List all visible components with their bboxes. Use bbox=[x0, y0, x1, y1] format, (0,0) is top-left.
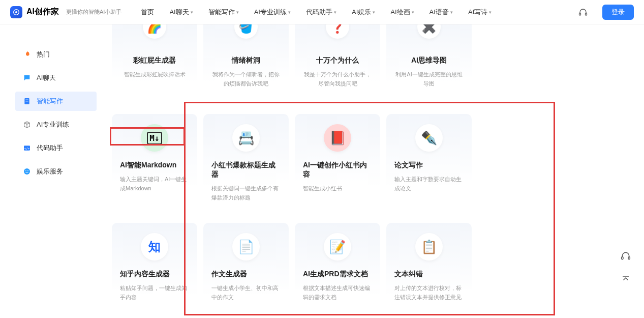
float-support-icon[interactable] bbox=[618, 248, 634, 264]
chat-icon bbox=[22, 73, 32, 82]
card-icon: 📕 bbox=[324, 124, 351, 152]
nav-label: AI语音 bbox=[430, 8, 449, 17]
card-desc: 对上传的文本进行校对，标注错误文本并提供修正意见 bbox=[394, 284, 464, 302]
card-desc: 我将作为一个倾听者，把你的烦恼都告诉我吧 bbox=[211, 70, 281, 88]
top-nav: 首页AI聊天▾智能写作▾AI专业训练▾代码助手▾AI娱乐▾AI绘画▾AI语音▾A… bbox=[141, 8, 574, 17]
card-desc: 粘贴知乎问题，一键生成知乎内容 bbox=[120, 284, 189, 302]
nav-item-8[interactable]: AI写诗▾ bbox=[468, 8, 492, 17]
top-card-3[interactable]: ✖️AI思维导图利用AI一键生成完整的思维导图 bbox=[386, 24, 472, 108]
card-icon: ❓ bbox=[326, 24, 349, 39]
card-title: 作文生成器 bbox=[211, 270, 281, 279]
top-card-1[interactable]: 🪣情绪树洞我将作为一个倾听者，把你的烦恼都告诉我吧 bbox=[203, 24, 289, 108]
card-3[interactable]: ✒️论文写作输入主题和字数要求自动生成论文 bbox=[386, 114, 472, 217]
chevron-down-icon: ▾ bbox=[334, 10, 336, 15]
svg-point-11 bbox=[27, 170, 28, 171]
card-desc: 我是十万个为什么小助手，尽管向我提问吧 bbox=[303, 70, 372, 88]
svg-text:</>: </> bbox=[24, 147, 30, 150]
nav-label: AI专业训练 bbox=[254, 8, 287, 17]
card-desc: 根据关键词一键生成多个有爆款潜力的标题 bbox=[211, 184, 281, 202]
support-icon[interactable] bbox=[578, 7, 588, 17]
svg-rect-3 bbox=[586, 13, 587, 15]
chevron-down-icon: ▾ bbox=[412, 10, 414, 15]
card-icon: 🪣 bbox=[234, 24, 258, 39]
sidebar-item-label: AI专业训练 bbox=[37, 120, 69, 129]
card-4[interactable]: 知知乎内容生成器粘贴知乎问题，一键生成知乎内容 bbox=[112, 223, 197, 318]
card-icon: 🌈 bbox=[143, 24, 166, 39]
card-icon: 📋 bbox=[415, 233, 443, 261]
card-desc: 利用AI一键生成完整的思维导图 bbox=[394, 70, 464, 88]
content-area: 🌈彩虹屁生成器智能生成彩虹屁吹捧话术🪣情绪树洞我将作为一个倾听者，把你的烦恼都告… bbox=[107, 24, 644, 318]
sidebar-item-label: 代码助手 bbox=[37, 143, 63, 153]
card-desc: 一键生成小学生、初中和高中的作文 bbox=[211, 284, 281, 302]
nav-item-5[interactable]: AI娱乐▾ bbox=[352, 8, 375, 17]
nav-item-3[interactable]: AI专业训练▾ bbox=[254, 8, 291, 17]
svg-point-9 bbox=[24, 168, 30, 175]
nav-label: 智能写作 bbox=[208, 8, 235, 17]
card-icon: 知 bbox=[141, 233, 168, 261]
sidebar-item-2[interactable]: 智能写作 bbox=[15, 92, 97, 111]
top-card-0[interactable]: 🌈彩虹屁生成器智能生成彩虹屁吹捧话术 bbox=[112, 24, 197, 108]
svg-point-1 bbox=[15, 11, 17, 13]
nav-item-1[interactable]: AI聊天▾ bbox=[169, 8, 193, 17]
card-2[interactable]: 📕AI一键创作小红书内容智能生成小红书 bbox=[295, 114, 380, 217]
logo-text: AI创作家 bbox=[26, 7, 59, 17]
chevron-down-icon: ▾ bbox=[489, 10, 492, 15]
sidebar-item-label: 智能写作 bbox=[37, 97, 63, 106]
sidebar-item-1[interactable]: AI聊天 bbox=[15, 68, 97, 88]
card-7[interactable]: 📋文本纠错对上传的文本进行校对，标注错误文本并提供修正意见 bbox=[386, 223, 472, 318]
logo-subtitle: 更懂你的智能AI小助手 bbox=[66, 8, 121, 16]
nav-item-4[interactable]: 代码助手▾ bbox=[306, 8, 336, 17]
header: AI创作家 更懂你的智能AI小助手 首页AI聊天▾智能写作▾AI专业训练▾代码助… bbox=[0, 0, 644, 24]
cube-icon bbox=[22, 120, 32, 129]
sidebar-item-label: 热门 bbox=[37, 50, 50, 59]
card-5[interactable]: 📄作文生成器一键生成小学生、初中和高中的作文 bbox=[203, 223, 289, 318]
nav-label: AI聊天 bbox=[169, 8, 189, 17]
card-1[interactable]: 📇小红书爆款标题生成器根据关键词一键生成多个有爆款潜力的标题 bbox=[203, 114, 289, 217]
nav-item-2[interactable]: 智能写作▾ bbox=[208, 8, 239, 17]
nav-label: 代码助手 bbox=[306, 8, 332, 17]
svg-point-10 bbox=[25, 170, 26, 171]
card-desc: 输入主题和字数要求自动生成论文 bbox=[394, 175, 464, 193]
chevron-down-icon: ▾ bbox=[450, 10, 453, 15]
nav-item-6[interactable]: AI绘画▾ bbox=[390, 8, 414, 17]
top-card-2[interactable]: ❓十万个为什么我是十万个为什么小助手，尽管向我提问吧 bbox=[295, 24, 380, 108]
sidebar-item-0[interactable]: 热门 bbox=[15, 45, 97, 64]
nav-item-7[interactable]: AI语音▾ bbox=[430, 8, 453, 17]
sidebar-item-4[interactable]: </>代码助手 bbox=[15, 138, 97, 158]
chevron-down-icon: ▾ bbox=[373, 10, 375, 15]
card-title: AI一键创作小红书内容 bbox=[303, 161, 372, 179]
card-title: 文本纠错 bbox=[394, 270, 464, 279]
card-title: 小红书爆款标题生成器 bbox=[211, 161, 281, 179]
card-icon: 📄 bbox=[232, 233, 260, 261]
svg-rect-13 bbox=[628, 257, 630, 259]
card-title: 彩虹屁生成器 bbox=[120, 56, 189, 65]
svg-rect-2 bbox=[579, 13, 581, 15]
sidebar-item-3[interactable]: AI专业训练 bbox=[15, 115, 97, 134]
card-title: 知乎内容生成器 bbox=[120, 270, 189, 279]
chevron-down-icon: ▾ bbox=[288, 10, 291, 15]
scroll-top-icon[interactable] bbox=[618, 271, 634, 287]
smile-icon bbox=[22, 167, 32, 176]
doc-icon bbox=[22, 97, 32, 106]
card-6[interactable]: 📝AI生成PRD需求文档根据文本描述生成可快速编辑的需求文档 bbox=[295, 223, 380, 318]
card-0[interactable]: M↓AI智能Markdown输入主题关键词，AI一键生成Markdown bbox=[112, 114, 197, 217]
card-desc: 智能生成彩虹屁吹捧话术 bbox=[120, 70, 189, 79]
card-icon: ✖️ bbox=[417, 24, 441, 39]
card-title: 论文写作 bbox=[394, 161, 464, 170]
card-icon: M↓ bbox=[141, 124, 168, 152]
card-desc: 智能生成小红书 bbox=[303, 184, 372, 193]
nav-item-0[interactable]: 首页 bbox=[141, 8, 154, 17]
nav-label: AI娱乐 bbox=[352, 8, 371, 17]
chevron-down-icon: ▾ bbox=[236, 10, 239, 15]
nav-label: AI绘画 bbox=[390, 8, 410, 17]
logo-icon bbox=[10, 6, 22, 18]
card-desc: 根据文本描述生成可快速编辑的需求文档 bbox=[303, 284, 372, 302]
card-desc: 输入主题关键词，AI一键生成Markdown bbox=[120, 175, 189, 193]
sidebar: 热门AI聊天智能写作AI专业训练</>代码助手娱乐服务 bbox=[0, 24, 107, 318]
card-title: AI智能Markdown bbox=[120, 161, 189, 170]
login-button[interactable]: 登录 bbox=[602, 5, 634, 20]
nav-label: 首页 bbox=[141, 8, 154, 17]
sidebar-item-5[interactable]: 娱乐服务 bbox=[15, 162, 97, 181]
card-title: AI生成PRD需求文档 bbox=[303, 270, 372, 279]
card-title: AI思维导图 bbox=[394, 56, 464, 65]
